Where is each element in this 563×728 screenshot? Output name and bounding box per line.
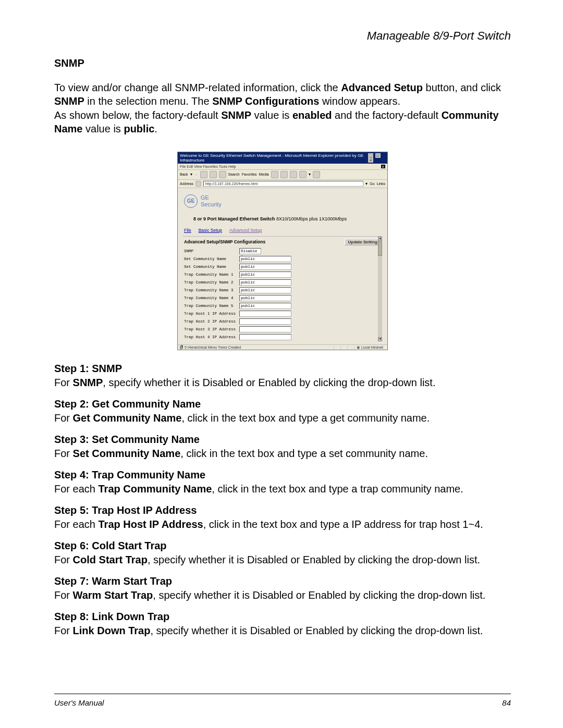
step-title: Step 6: Cold Start Trap [54,539,511,553]
config-row-input[interactable]: public [239,279,291,286]
browser-toolbar: Back ▾ → Search Favorites Media ▾ [178,170,387,180]
mail-icon[interactable] [280,171,288,178]
print-icon[interactable] [290,171,297,178]
config-row-2: Set Community Namepublic [183,263,382,271]
step-title: Step 2: Get Community Name [54,397,511,411]
config-row-10: Trap Host 3 IP Address [183,326,382,334]
text-bold: public [124,123,154,134]
text-bold: SNMP [221,109,251,121]
config-row-input[interactable]: public [239,287,291,293]
step-block-8: Step 8: Link Down TrapFor Link Down Trap… [54,610,511,638]
config-row-label: Trap Host 1 IP Address [184,312,239,316]
nav-file-link[interactable]: File [184,228,191,233]
nav-advanced-setup-link[interactable]: Advanced Setup [229,228,262,233]
scroll-thumb[interactable] [378,241,382,256]
step-block-7: Step 7: Warm Start TrapFor Warm Start Tr… [54,574,511,602]
config-row-9: Trap Host 2 IP Address [183,318,382,326]
config-row-label: Trap Community Name 4 [184,296,239,300]
intro-paragraph-1: To view and/or change all SNMP-related i… [54,81,511,136]
discuss-icon[interactable] [313,171,320,178]
maximize-icon[interactable]: □ [375,153,381,158]
favorites-button[interactable]: Favorites [242,172,257,176]
url-dropdown-icon[interactable]: ▾ [365,181,368,186]
config-header: Advanced Setup/SNMP Configurations Updat… [183,237,382,248]
config-row-8: Trap Host 1 IP Address [183,310,382,318]
update-setting-button[interactable]: Update Setting [345,239,381,245]
window-title: Welcome to GE Security Ethernet Switch M… [180,153,368,163]
config-row-label: Trap Community Name 1 [184,273,239,277]
config-row-label: Trap Community Name 2 [184,280,239,285]
step-text: For Warm Start Trap, specify whether it … [54,588,511,602]
step-block-4: Step 4: Trap Community NameFor each Trap… [54,468,511,496]
scroll-down-icon[interactable]: ▾ [378,337,382,341]
config-row-7: Trap Community Name 5public [183,302,382,310]
config-row-label: Trap Host 4 IP Address [184,335,239,339]
refresh-icon[interactable] [210,171,217,178]
config-form-rows: SNMPDisableGet Community NamepublicSet C… [183,248,382,341]
config-row-input[interactable] [239,334,291,340]
config-row-select[interactable]: Disable [239,248,261,254]
status-left-text: 5 Hierarchical Menu Trees Created [185,346,241,349]
device-subheader: 8 or 9 Port Managed Ethernet Switch 8X10… [193,216,382,221]
url-input[interactable]: http://3.187.168.226/frames.html [203,181,364,187]
config-row-input[interactable]: public [239,256,291,262]
text: window appears. [319,95,400,107]
step-text: For Set Community Name, click in the tex… [54,447,511,461]
status-cell [347,346,353,349]
status-cell [334,346,339,349]
text-bold: SNMP [54,95,84,107]
intranet-icon: 🖥 [357,346,360,349]
window-controls: _ □ × [368,153,385,163]
scroll-up-icon[interactable]: ▴ [378,237,382,241]
edit-icon[interactable] [299,171,307,178]
close-icon[interactable]: × [368,158,373,163]
media-button[interactable]: Media [259,172,269,176]
snmp-config-screenshot: Welcome to GE Security Ethernet Switch M… [177,152,388,350]
links-label[interactable]: Links [377,182,385,186]
text: value is [82,123,124,134]
menu-items[interactable]: File Edit View Favorites Tools Help [180,165,236,168]
back-dropdown-icon[interactable]: ▾ [190,172,192,177]
config-row-6: Trap Community Name 4public [183,294,382,302]
minimize-icon[interactable]: _ [368,153,373,158]
config-row-0: SNMPDisable [183,248,382,255]
text-bold: enabled [292,109,332,121]
toolbar-dropdown-icon[interactable]: ▾ [309,172,311,177]
config-row-label: Get Community Name [184,257,239,261]
back-button[interactable]: Back [180,172,188,176]
browser-status-bar: 🗐 5 Hierarchical Menu Trees Created 🖥Loc… [178,344,387,350]
brand-line2: Security [201,201,222,207]
brand-text: GE Security [201,194,222,207]
step-block-3: Step 3: Set Community NameFor Set Commun… [54,433,511,461]
home-icon[interactable] [219,171,226,178]
step-text: For each Trap Host IP Address, click in … [54,517,511,532]
search-button[interactable]: Search [228,172,240,176]
step-block-1: Step 1: SNMPFor SNMP, specify whether it… [54,362,511,390]
text-bold: Advanced Setup [341,82,423,93]
config-row-label: Trap Host 3 IP Address [184,327,239,331]
forward-icon[interactable]: → [194,172,198,176]
page-content: GE GE Security 8 or 9 Port Managed Ether… [178,188,387,344]
config-row-input[interactable]: public [239,295,291,301]
text: value is [251,109,292,121]
vertical-scrollbar[interactable]: ▴ ▾ [378,237,382,341]
config-row-label: Trap Community Name 3 [184,288,239,292]
go-button[interactable]: Go [370,182,374,186]
status-icon: 🗐 [180,346,183,349]
config-row-input[interactable]: public [239,264,291,270]
config-row-input[interactable]: public [239,272,291,278]
history-icon[interactable] [271,171,278,178]
address-bar: Address http://3.187.168.226/frames.html… [178,180,387,188]
nav-basic-setup-link[interactable]: Basic Setup [199,228,222,233]
step-block-2: Step 2: Get Community NameFor Get Commun… [54,397,511,425]
stop-icon[interactable] [200,171,207,178]
config-row-input[interactable] [239,326,291,332]
config-row-input[interactable] [239,318,291,325]
config-row-4: Trap Community Name 2public [183,279,382,287]
window-titlebar: Welcome to GE Security Ethernet Switch M… [178,152,387,164]
step-text: For SNMP, specify whether it is Disabled… [54,376,511,390]
config-title: Advanced Setup/SNMP Configurations [184,239,265,244]
config-row-input[interactable] [239,311,291,317]
config-row-input[interactable]: public [239,303,291,309]
config-row-1: Get Community Namepublic [183,255,382,263]
